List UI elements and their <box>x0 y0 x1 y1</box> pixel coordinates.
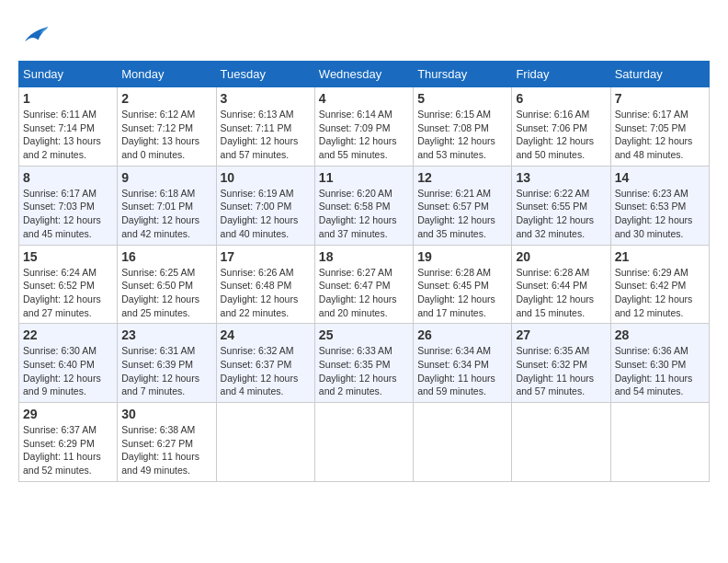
day-info: Sunrise: 6:16 AM Sunset: 7:06 PM Dayligh… <box>516 108 606 162</box>
col-header-friday: Friday <box>512 62 610 87</box>
calendar-cell <box>216 403 314 482</box>
calendar-cell <box>414 403 512 482</box>
calendar-cell: 24Sunrise: 6:32 AM Sunset: 6:37 PM Dayli… <box>216 324 314 403</box>
day-info: Sunrise: 6:38 AM Sunset: 6:27 PM Dayligh… <box>121 423 211 477</box>
col-header-saturday: Saturday <box>610 62 709 87</box>
calendar-cell: 3Sunrise: 6:13 AM Sunset: 7:11 PM Daylig… <box>216 87 314 167</box>
calendar-cell: 2Sunrise: 6:12 AM Sunset: 7:12 PM Daylig… <box>118 87 216 167</box>
calendar-cell: 1Sunrise: 6:11 AM Sunset: 7:14 PM Daylig… <box>19 87 118 167</box>
day-info: Sunrise: 6:15 AM Sunset: 7:08 PM Dayligh… <box>417 108 507 162</box>
day-number: 10 <box>221 170 311 185</box>
day-number: 24 <box>221 327 311 342</box>
calendar-cell: 12Sunrise: 6:21 AM Sunset: 6:57 PM Dayli… <box>414 166 512 245</box>
day-number: 13 <box>516 170 606 185</box>
calendar-cell: 22Sunrise: 6:30 AM Sunset: 6:40 PM Dayli… <box>19 324 118 403</box>
col-header-wednesday: Wednesday <box>314 62 413 87</box>
day-info: Sunrise: 6:14 AM Sunset: 7:09 PM Dayligh… <box>319 108 409 162</box>
day-info: Sunrise: 6:11 AM Sunset: 7:14 PM Dayligh… <box>23 108 113 162</box>
day-number: 3 <box>221 91 311 106</box>
day-info: Sunrise: 6:12 AM Sunset: 7:12 PM Dayligh… <box>121 108 211 162</box>
day-number: 30 <box>121 407 211 421</box>
day-number: 28 <box>615 327 705 342</box>
day-number: 16 <box>121 249 211 264</box>
calendar-cell: 10Sunrise: 6:19 AM Sunset: 7:00 PM Dayli… <box>216 166 314 245</box>
calendar-cell <box>314 403 413 482</box>
calendar-cell: 20Sunrise: 6:28 AM Sunset: 6:44 PM Dayli… <box>512 245 610 324</box>
calendar-cell: 18Sunrise: 6:27 AM Sunset: 6:47 PM Dayli… <box>314 245 413 324</box>
col-header-sunday: Sunday <box>19 62 118 87</box>
day-number: 26 <box>417 327 507 342</box>
calendar-cell: 5Sunrise: 6:15 AM Sunset: 7:08 PM Daylig… <box>414 87 512 167</box>
col-header-thursday: Thursday <box>414 62 512 87</box>
day-info: Sunrise: 6:17 AM Sunset: 7:03 PM Dayligh… <box>23 187 113 241</box>
day-info: Sunrise: 6:26 AM Sunset: 6:48 PM Dayligh… <box>221 266 311 320</box>
calendar-body: 1Sunrise: 6:11 AM Sunset: 7:14 PM Daylig… <box>19 87 710 482</box>
day-info: Sunrise: 6:25 AM Sunset: 6:50 PM Dayligh… <box>121 266 211 320</box>
logo <box>18 18 55 52</box>
calendar-cell: 8Sunrise: 6:17 AM Sunset: 7:03 PM Daylig… <box>19 166 118 245</box>
col-header-tuesday: Tuesday <box>216 62 314 87</box>
calendar-cell: 4Sunrise: 6:14 AM Sunset: 7:09 PM Daylig… <box>314 87 413 167</box>
calendar-cell: 14Sunrise: 6:23 AM Sunset: 6:53 PM Dayli… <box>610 166 709 245</box>
day-info: Sunrise: 6:35 AM Sunset: 6:32 PM Dayligh… <box>516 344 606 398</box>
day-number: 14 <box>615 170 705 185</box>
day-info: Sunrise: 6:23 AM Sunset: 6:53 PM Dayligh… <box>615 187 705 241</box>
day-number: 1 <box>23 91 113 106</box>
day-number: 9 <box>121 170 211 185</box>
calendar-cell: 27Sunrise: 6:35 AM Sunset: 6:32 PM Dayli… <box>512 324 610 403</box>
day-number: 8 <box>23 170 113 185</box>
day-info: Sunrise: 6:21 AM Sunset: 6:57 PM Dayligh… <box>417 187 507 241</box>
calendar-cell: 25Sunrise: 6:33 AM Sunset: 6:35 PM Dayli… <box>314 324 413 403</box>
day-number: 17 <box>221 249 311 264</box>
day-number: 4 <box>319 91 409 106</box>
day-number: 23 <box>121 327 211 342</box>
calendar-week-row: 8Sunrise: 6:17 AM Sunset: 7:03 PM Daylig… <box>19 166 710 245</box>
calendar-cell: 29Sunrise: 6:37 AM Sunset: 6:29 PM Dayli… <box>19 403 118 482</box>
calendar-cell: 19Sunrise: 6:28 AM Sunset: 6:45 PM Dayli… <box>414 245 512 324</box>
calendar-cell: 23Sunrise: 6:31 AM Sunset: 6:39 PM Dayli… <box>118 324 216 403</box>
day-info: Sunrise: 6:37 AM Sunset: 6:29 PM Dayligh… <box>23 423 113 477</box>
day-info: Sunrise: 6:20 AM Sunset: 6:58 PM Dayligh… <box>319 187 409 241</box>
calendar-cell: 26Sunrise: 6:34 AM Sunset: 6:34 PM Dayli… <box>414 324 512 403</box>
calendar-week-row: 29Sunrise: 6:37 AM Sunset: 6:29 PM Dayli… <box>19 403 710 482</box>
day-info: Sunrise: 6:33 AM Sunset: 6:35 PM Dayligh… <box>319 344 409 398</box>
day-number: 15 <box>23 249 113 264</box>
day-number: 11 <box>319 170 409 185</box>
day-number: 20 <box>516 249 606 264</box>
day-info: Sunrise: 6:29 AM Sunset: 6:42 PM Dayligh… <box>615 266 705 320</box>
col-header-monday: Monday <box>118 62 216 87</box>
day-info: Sunrise: 6:31 AM Sunset: 6:39 PM Dayligh… <box>121 344 211 398</box>
calendar-cell: 9Sunrise: 6:18 AM Sunset: 7:01 PM Daylig… <box>118 166 216 245</box>
day-number: 7 <box>615 91 705 106</box>
calendar-header-row: SundayMondayTuesdayWednesdayThursdayFrid… <box>19 62 710 87</box>
calendar-cell: 15Sunrise: 6:24 AM Sunset: 6:52 PM Dayli… <box>19 245 118 324</box>
logo-icon <box>18 18 51 52</box>
calendar-week-row: 22Sunrise: 6:30 AM Sunset: 6:40 PM Dayli… <box>19 324 710 403</box>
day-number: 2 <box>121 91 211 106</box>
day-info: Sunrise: 6:28 AM Sunset: 6:45 PM Dayligh… <box>417 266 507 320</box>
day-info: Sunrise: 6:28 AM Sunset: 6:44 PM Dayligh… <box>516 266 606 320</box>
calendar-cell <box>610 403 709 482</box>
day-number: 27 <box>516 327 606 342</box>
day-number: 6 <box>516 91 606 106</box>
calendar-cell: 28Sunrise: 6:36 AM Sunset: 6:30 PM Dayli… <box>610 324 709 403</box>
day-number: 12 <box>417 170 507 185</box>
calendar-cell: 21Sunrise: 6:29 AM Sunset: 6:42 PM Dayli… <box>610 245 709 324</box>
calendar-cell: 30Sunrise: 6:38 AM Sunset: 6:27 PM Dayli… <box>118 403 216 482</box>
day-info: Sunrise: 6:24 AM Sunset: 6:52 PM Dayligh… <box>23 266 113 320</box>
day-number: 5 <box>417 91 507 106</box>
day-info: Sunrise: 6:22 AM Sunset: 6:55 PM Dayligh… <box>516 187 606 241</box>
calendar-cell: 11Sunrise: 6:20 AM Sunset: 6:58 PM Dayli… <box>314 166 413 245</box>
day-number: 21 <box>615 249 705 264</box>
calendar-week-row: 15Sunrise: 6:24 AM Sunset: 6:52 PM Dayli… <box>19 245 710 324</box>
day-info: Sunrise: 6:30 AM Sunset: 6:40 PM Dayligh… <box>23 344 113 398</box>
calendar-cell: 6Sunrise: 6:16 AM Sunset: 7:06 PM Daylig… <box>512 87 610 167</box>
page-header <box>18 18 710 52</box>
day-number: 29 <box>23 407 113 421</box>
day-info: Sunrise: 6:36 AM Sunset: 6:30 PM Dayligh… <box>615 344 705 398</box>
day-info: Sunrise: 6:27 AM Sunset: 6:47 PM Dayligh… <box>319 266 409 320</box>
calendar-week-row: 1Sunrise: 6:11 AM Sunset: 7:14 PM Daylig… <box>19 87 710 167</box>
calendar-cell: 13Sunrise: 6:22 AM Sunset: 6:55 PM Dayli… <box>512 166 610 245</box>
day-info: Sunrise: 6:13 AM Sunset: 7:11 PM Dayligh… <box>221 108 311 162</box>
calendar-cell: 17Sunrise: 6:26 AM Sunset: 6:48 PM Dayli… <box>216 245 314 324</box>
